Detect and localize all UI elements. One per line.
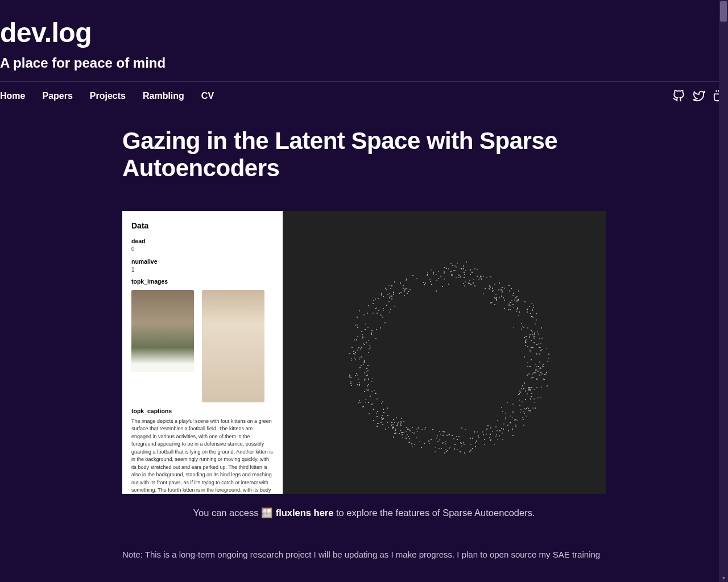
nav-home[interactable]: Home bbox=[0, 91, 25, 101]
figure-thumbnails bbox=[131, 290, 274, 402]
twitter-icon[interactable] bbox=[693, 90, 705, 102]
figure-topk-captions-label: topk_captions bbox=[131, 407, 274, 415]
nav-papers[interactable]: Papers bbox=[42, 91, 72, 101]
figure-dead-label: dead bbox=[131, 237, 274, 246]
figure-data-heading: Data bbox=[131, 220, 274, 231]
scrollbar-thumb[interactable] bbox=[720, 1, 727, 22]
scrollbar-down-arrow-icon[interactable]: ▾ bbox=[719, 573, 728, 582]
nav-projects[interactable]: Projects bbox=[90, 91, 126, 101]
figure-caption-text: The image depicts a playful scene with f… bbox=[131, 418, 274, 494]
nav-cv[interactable]: CV bbox=[201, 91, 214, 101]
figure-thumbnail-2 bbox=[202, 290, 264, 402]
figure-data-panel: Data dead 0 numalive 1 topk_images topk_… bbox=[122, 211, 283, 494]
article-note: Note: This is a long-term ongoing resear… bbox=[122, 548, 606, 562]
scrollbar-track[interactable]: ▾ bbox=[719, 0, 728, 582]
github-icon[interactable] bbox=[672, 90, 685, 102]
site-title[interactable]: dev.log bbox=[0, 17, 728, 48]
figure-topk-images-label: topk_images bbox=[131, 277, 274, 286]
figure-scatter-plot bbox=[283, 211, 606, 494]
nav-links: Home Papers Projects Rambling CV bbox=[0, 91, 214, 101]
fluxlens-link[interactable]: fluxlens here bbox=[276, 508, 334, 518]
figure-numalive-label: numalive bbox=[131, 257, 274, 266]
nav-bar: Home Papers Projects Rambling CV bbox=[0, 81, 728, 110]
article-title: Gazing in the Latent Space with Sparse A… bbox=[122, 127, 606, 182]
article: Gazing in the Latent Space with Sparse A… bbox=[122, 110, 606, 582]
figure-caption: You can access 🪟 fluxlens here to explor… bbox=[122, 508, 606, 518]
site-subtitle: A place for peace of mind bbox=[0, 55, 728, 71]
figure: Data dead 0 numalive 1 topk_images topk_… bbox=[122, 211, 606, 494]
caption-icon: 🪟 bbox=[261, 508, 273, 518]
caption-prefix: You can access bbox=[193, 508, 261, 518]
nav-rambling[interactable]: Rambling bbox=[143, 91, 184, 101]
figure-dead-value: 0 bbox=[131, 246, 274, 254]
figure-thumbnail-1 bbox=[131, 290, 194, 372]
figure-numalive-value: 1 bbox=[131, 266, 274, 275]
caption-suffix: to explore the features of Sparse Autoen… bbox=[333, 508, 535, 518]
